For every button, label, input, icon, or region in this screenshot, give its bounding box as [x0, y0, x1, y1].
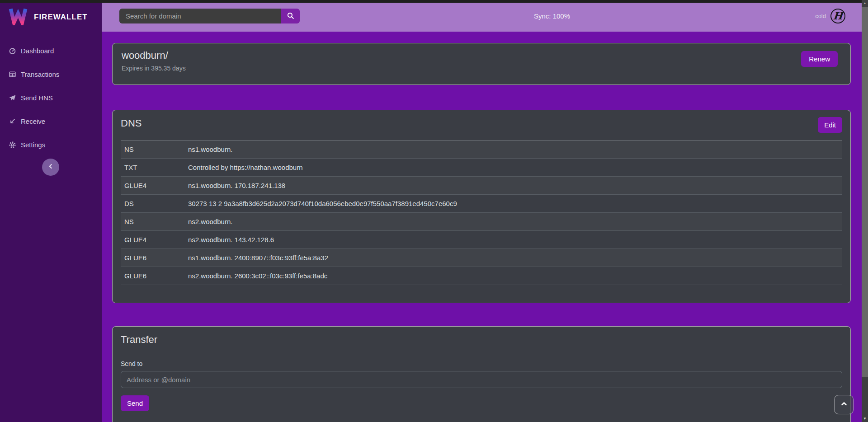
dns-record-value: 30273 13 2 9a3a8fb3d625d2a2073d740f10da6…: [188, 200, 842, 207]
dns-record-type: NS: [121, 145, 188, 153]
table-icon: [8, 70, 16, 78]
dns-record-row: GLUE6 ns2.woodburn. 2600:3c02::f03c:93ff…: [121, 267, 842, 285]
dns-record-type: TXT: [121, 164, 188, 171]
transfer-address-input[interactable]: [121, 371, 842, 388]
dns-record-row: GLUE4 ns2.woodburn. 143.42.128.6: [121, 231, 842, 249]
dns-record-value: ns2.woodburn. 143.42.128.6: [188, 236, 842, 244]
dns-record-type: DS: [121, 200, 188, 207]
sidebar-item-receive[interactable]: Receive: [0, 109, 102, 133]
sync-status: Sync: 100%: [534, 0, 570, 32]
dns-record-type: GLUE4: [121, 182, 188, 189]
dns-record-type: GLUE6: [121, 272, 188, 280]
edit-dns-button[interactable]: Edit: [818, 117, 842, 133]
gear-icon: [8, 141, 16, 149]
domain-expiry: Expires in 395.35 days: [122, 65, 841, 72]
sidebar-item-dashboard[interactable]: Dashboard: [0, 39, 102, 62]
search-button[interactable]: [281, 9, 300, 23]
dns-record-type: GLUE4: [121, 236, 188, 244]
gauge-icon: [8, 47, 16, 55]
sidebar-item-transactions[interactable]: Transactions: [0, 62, 102, 86]
dns-record-row: GLUE6 ns1.woodburn. 2400:8907::f03c:93ff…: [121, 249, 842, 267]
sidebar-item-label: Send HNS: [21, 94, 53, 102]
scroll-to-top-button[interactable]: [834, 395, 854, 414]
dns-record-type: GLUE6: [121, 254, 188, 262]
handshake-icon[interactable]: H: [830, 9, 845, 23]
dns-record-value: ns1.woodburn.: [188, 145, 842, 153]
firewallet-logo: [8, 7, 28, 27]
domain-card: woodburn/ Expires in 395.35 days Renew: [112, 43, 851, 85]
sidebar-nav: Dashboard Transactions Send HNS Receive …: [0, 39, 102, 156]
top-edge: [0, 0, 862, 3]
triangle-up-icon[interactable]: ▲: [862, 1, 868, 5]
transfer-card: Transfer Send to Send: [112, 326, 851, 422]
triangle-down-icon[interactable]: ▼: [862, 417, 868, 421]
dns-card-header: DNS: [121, 110, 842, 141]
brand-name: FIREWALLET: [34, 13, 88, 22]
sidebar-item-settings[interactable]: Settings: [0, 133, 102, 156]
dns-record-type: NS: [121, 218, 188, 225]
dns-record-value: ns1.woodburn. 2400:8907::f03c:93ff:fe5a:…: [188, 254, 842, 262]
sidebar: FIREWALLET Dashboard Transactions Send H…: [0, 0, 102, 422]
sidebar-item-send-hns[interactable]: Send HNS: [0, 86, 102, 109]
dns-record-row: NS ns1.woodburn.: [121, 141, 842, 159]
wallet-menu: cold H: [815, 0, 845, 32]
arrow-down-left-icon: [8, 117, 16, 125]
brand: FIREWALLET: [0, 0, 102, 27]
dns-record-value: ns2.woodburn.: [188, 218, 842, 225]
sidebar-item-label: Transactions: [21, 70, 59, 78]
dns-record-value: ns2.woodburn. 2600:3c02::f03c:93ff:fe5a:…: [188, 272, 842, 280]
domain-search: [119, 9, 300, 23]
chevron-up-icon: [840, 400, 848, 409]
sidebar-item-label: Settings: [21, 141, 45, 149]
topbar: Sync: 100% cold H: [102, 0, 862, 32]
send-button[interactable]: Send: [121, 395, 149, 411]
scrollbar-thumb[interactable]: [862, 7, 868, 377]
transfer-title: Transfer: [121, 334, 842, 346]
paper-plane-icon: [8, 94, 16, 102]
sidebar-item-label: Receive: [21, 117, 45, 125]
domain-title: woodburn/: [122, 50, 841, 61]
dns-record-row: DS 30273 13 2 9a3a8fb3d625d2a2073d740f10…: [121, 195, 842, 213]
search-input[interactable]: [119, 9, 281, 23]
dns-record-row: TXT Controlled by https://nathan.woodbur…: [121, 159, 842, 177]
dns-records-table: NS ns1.woodburn. TXT Controlled by https…: [121, 141, 842, 285]
dns-card: DNS Edit NS ns1.woodburn. TXT Controlled…: [112, 110, 851, 303]
search-icon: [287, 12, 294, 21]
wallet-name: cold: [815, 13, 826, 19]
sidebar-collapse-button[interactable]: [42, 159, 59, 176]
dns-record-value: Controlled by https://nathan.woodburn: [188, 164, 842, 171]
vertical-scrollbar[interactable]: ▲ ▼: [862, 0, 868, 422]
sidebar-item-label: Dashboard: [21, 47, 54, 55]
dns-record-value: ns1.woodburn. 170.187.241.138: [188, 182, 842, 189]
send-to-label: Send to: [121, 360, 842, 367]
dns-title: DNS: [121, 117, 842, 129]
chevron-left-icon: [47, 163, 54, 171]
dns-record-row: GLUE4 ns1.woodburn. 170.187.241.138: [121, 177, 842, 195]
renew-button[interactable]: Renew: [801, 51, 838, 67]
dns-record-row: NS ns2.woodburn.: [121, 213, 842, 231]
